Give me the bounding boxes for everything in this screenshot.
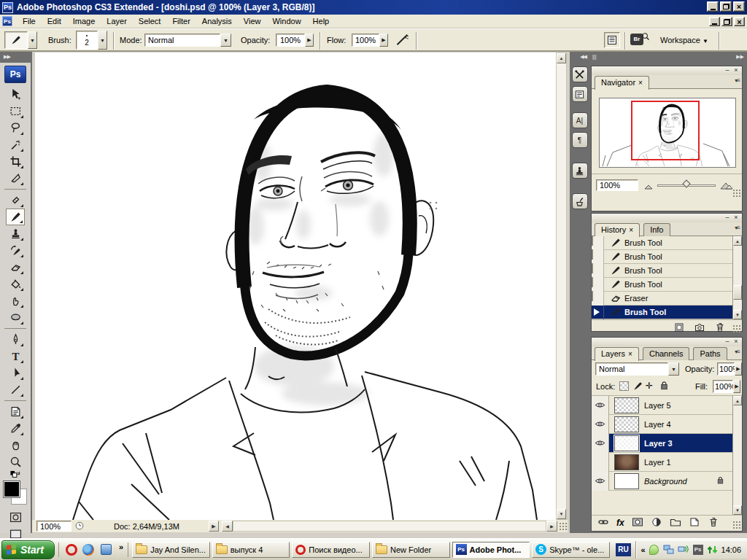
photoshop-tray-icon[interactable]: Ps <box>692 544 704 556</box>
brushes-panel-icon[interactable] <box>572 193 588 209</box>
menu-view[interactable]: View <box>238 15 267 27</box>
add-layer-mask-button[interactable] <box>632 516 643 529</box>
panel-minimize-icon[interactable]: – <box>723 214 732 222</box>
menu-image[interactable]: Image <box>67 15 101 27</box>
resize-grip[interactable] <box>559 522 568 531</box>
layer-thumbnail[interactable] <box>614 454 639 470</box>
new-layer-button[interactable] <box>689 516 700 529</box>
history-titlebar[interactable]: – × <box>592 214 742 222</box>
menu-select[interactable]: Select <box>133 15 167 27</box>
layer-visibility-toggle[interactable] <box>592 472 609 491</box>
task-vypusk-4[interactable]: выпуск 4 <box>212 542 290 558</box>
scrollbar-thumb[interactable] <box>733 285 742 300</box>
opera-quicklaunch-icon[interactable] <box>64 542 79 557</box>
layer-blend-mode-select[interactable]: Normal <box>595 362 668 376</box>
firefox-quicklaunch-icon[interactable] <box>82 542 96 557</box>
layer-opacity-input[interactable]: 100% <box>717 362 735 376</box>
menu-layer[interactable]: Layer <box>101 15 133 27</box>
panel-resize-grip[interactable] <box>732 189 741 198</box>
history-snapshot-checkbox[interactable] <box>592 278 604 292</box>
menu-edit[interactable]: Edit <box>42 15 67 27</box>
zoom-out-icon[interactable] <box>644 184 654 190</box>
dock-grip[interactable]: ||| <box>592 54 596 63</box>
quicklaunch-overflow-icon[interactable]: » <box>119 542 123 551</box>
layer-row[interactable]: Layer 4 <box>592 415 732 434</box>
tray-chevron-icon[interactable]: « <box>640 545 645 554</box>
new-group-button[interactable] <box>670 516 681 529</box>
navigator-titlebar[interactable]: – × <box>592 66 742 75</box>
panel-close-icon[interactable]: × <box>732 67 740 74</box>
blend-mode-select[interactable]: Normal <box>144 34 220 47</box>
scroll-up-icon[interactable]: ▲ <box>733 236 742 246</box>
doc-restore-button[interactable] <box>721 17 732 26</box>
menu-file[interactable]: File <box>17 15 42 27</box>
mode-dropdown-icon[interactable]: ▼ <box>220 34 231 47</box>
history-scrollbar[interactable]: ▲ ▼ <box>732 236 742 319</box>
layer-comps-panel-icon[interactable] <box>572 86 588 102</box>
tool-dodge[interactable] <box>6 309 25 326</box>
layer-visibility-toggle[interactable] <box>592 415 609 434</box>
history-item[interactable]: Brush Tool <box>592 264 732 278</box>
tool-clone-stamp[interactable] <box>6 225 25 242</box>
layer-name[interactable]: Layer 4 <box>644 420 671 429</box>
tool-smudge[interactable] <box>6 292 25 309</box>
layer-thumbnail[interactable] <box>614 435 639 451</box>
panel-flyout-icon[interactable]: ▾≡ <box>735 349 740 355</box>
restore-button[interactable] <box>720 1 732 12</box>
layers-scrollbar[interactable]: ▲ ▼ <box>732 396 742 515</box>
character-panel-icon[interactable]: A| <box>572 112 588 128</box>
lock-transparency-icon[interactable] <box>619 381 629 391</box>
lock-pixels-icon[interactable] <box>632 381 643 393</box>
tool-lasso[interactable] <box>6 120 25 136</box>
close-button[interactable]: × <box>733 1 745 12</box>
history-snapshot-checkbox[interactable] <box>592 292 604 306</box>
tool-paint-bucket[interactable] <box>6 276 25 292</box>
tool-magic-wand[interactable] <box>6 136 25 153</box>
adjustment-layer-button[interactable] <box>651 516 662 529</box>
panel-close-icon[interactable]: × <box>732 214 740 222</box>
doc-minimize-button[interactable] <box>709 17 720 26</box>
paragraph-panel-icon[interactable]: ¶ <box>572 132 588 148</box>
navigator-zoom-input[interactable]: 100% <box>596 179 638 191</box>
layer-row-selected[interactable]: Layer 3 <box>592 434 732 453</box>
tool-move[interactable] <box>6 86 25 103</box>
taskbar-clock[interactable]: 14:06 <box>721 545 742 554</box>
layer-row[interactable]: Layer 1 <box>592 453 732 472</box>
tool-zoom[interactable] <box>6 454 25 470</box>
flow-input[interactable]: 100% <box>352 34 379 47</box>
link-layers-button[interactable] <box>597 516 609 529</box>
scroll-down-icon[interactable]: ▼ <box>733 310 742 319</box>
brush-preset-dropdown-icon[interactable]: ▼ <box>98 31 107 50</box>
layer-style-button[interactable]: fx <box>616 518 624 528</box>
tool-type[interactable] <box>6 348 25 365</box>
minimize-button[interactable] <box>707 1 719 12</box>
tool-preset-picker[interactable] <box>4 31 28 49</box>
task-skype[interactable]: SSkype™ - ole... <box>532 542 610 558</box>
foreground-color-swatch[interactable] <box>4 481 20 497</box>
quick-mask-button[interactable] <box>6 509 25 526</box>
network-activity-tray-icon[interactable] <box>707 544 719 556</box>
opacity-input[interactable]: 100% <box>276 34 305 47</box>
navigator-preview[interactable] <box>599 98 736 168</box>
doc-close-button[interactable]: × <box>734 17 745 26</box>
history-item[interactable]: Eraser <box>592 292 732 306</box>
scroll-up-icon[interactable]: ▲ <box>557 53 566 63</box>
palette-well-button[interactable] <box>604 32 620 48</box>
layer-thumbnail[interactable] <box>614 397 639 413</box>
task-adobe-photoshop[interactable]: PsAdobe Phot... <box>452 542 530 558</box>
scroll-left-icon[interactable]: ◀ <box>222 521 233 532</box>
menu-window[interactable]: Window <box>266 15 306 27</box>
layer-visibility-toggle[interactable] <box>592 453 609 472</box>
lock-position-icon[interactable]: ✛ <box>646 381 653 391</box>
document-canvas[interactable] <box>35 52 556 520</box>
delete-state-button[interactable] <box>714 322 726 335</box>
tab-paths[interactable]: Paths <box>693 347 727 360</box>
tool-brush[interactable] <box>6 209 25 225</box>
layer-name[interactable]: Layer 1 <box>644 458 671 467</box>
doc-size-info[interactable]: Doc: 2,64M/9,13M <box>85 522 209 531</box>
tab-navigator[interactable]: Navigator× <box>595 76 649 90</box>
status-options-icon[interactable]: ▶ <box>209 521 219 532</box>
layer-visibility-toggle[interactable] <box>592 396 609 415</box>
tool-pen[interactable] <box>6 331 25 348</box>
messenger-tray-icon[interactable] <box>649 544 660 556</box>
